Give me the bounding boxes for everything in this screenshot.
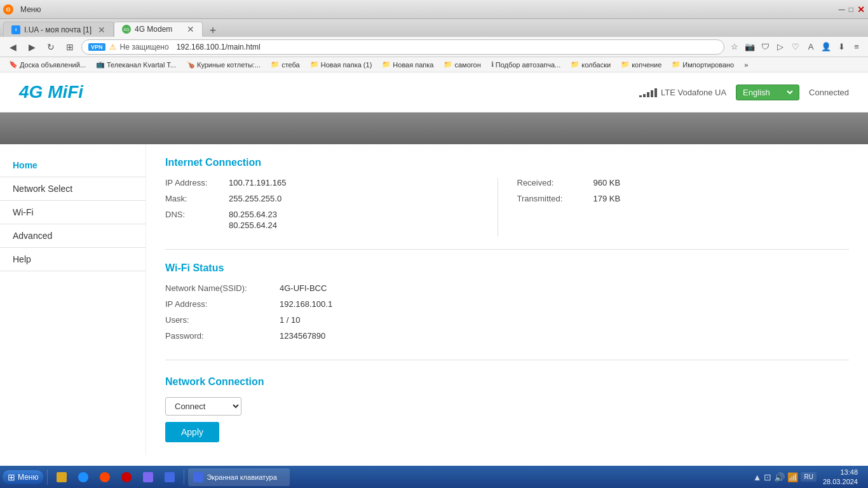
bookmark-4[interactable]: 📁 Новая папка (1) (306, 59, 376, 70)
apply-button[interactable]: Apply (165, 422, 219, 442)
signal-bar-1 (639, 95, 642, 97)
transmitted-row: Transmitted: 179 KB (517, 194, 831, 203)
tray-sound-icon[interactable]: 🔊 (774, 472, 785, 482)
bookmarks-icon[interactable]: ☆ (728, 41, 741, 53)
explorer-icon (57, 472, 67, 482)
bookmark-9[interactable]: 📁 копчение (617, 59, 665, 70)
ie-icon (78, 472, 88, 482)
mail-favicon-icon: i (11, 25, 20, 34)
translate-icon[interactable]: A (804, 41, 817, 53)
camera-icon[interactable]: 📷 (743, 41, 756, 53)
sidebar: Home Network Select Wi-Fi Advanced Help (0, 144, 146, 455)
keyboard-lang-label: RU (804, 473, 813, 480)
menu-button[interactable]: Меню (17, 4, 44, 15)
heart-icon[interactable]: ♡ (789, 41, 802, 53)
users-row: Users: 1 / 10 (165, 315, 849, 325)
bookmark-6[interactable]: 📁 самогон (440, 59, 484, 70)
taskbar-btn-explorer[interactable] (51, 468, 72, 486)
language-select-input[interactable]: English Українська Русский (740, 87, 795, 98)
bookmark-3[interactable]: 📁 стеба (267, 59, 304, 70)
page-content: 4G MiFi LTE Vodafone UA English Українсь… (0, 72, 868, 466)
signal-label: LTE Vodafone UA (661, 88, 726, 97)
taskbar-active-window[interactable]: Экранная клавиатура (188, 468, 290, 486)
maximize-button[interactable]: □ (849, 5, 853, 14)
sidebar-item-wifi[interactable]: Wi-Fi (0, 201, 146, 224)
more-bookmarks-button[interactable]: » (740, 60, 752, 70)
bookmark-7[interactable]: ℹ Подбор автозапча... (487, 59, 565, 70)
bookmark-icon-7: ℹ (491, 60, 494, 69)
connect-select-wrap: Connect Disconnect (165, 397, 849, 416)
bookmark-icon-2: 🍗 (186, 60, 195, 69)
bookmark-1[interactable]: 📺 Телеканал Kvartal T... (92, 59, 180, 70)
kbd-icon (165, 472, 175, 482)
forward-button[interactable]: ▶ (24, 39, 39, 55)
close-button[interactable]: ✕ (857, 4, 865, 15)
bookmark-icon-6: 📁 (444, 60, 452, 69)
system-tray: ▲ ⊡ 🔊 📶 RU 13:48 28.03.2024 (749, 466, 865, 487)
download-icon[interactable]: ⬇ (835, 41, 848, 53)
browser-chrome: O Меню ─ □ ✕ i I.UA - моя почта [1] ✕ 4G… (0, 0, 868, 72)
address-bar[interactable]: VPN ⚠ Не защищено 192.168.100.1/main.htm… (81, 39, 724, 55)
signal-bar-4 (651, 90, 653, 97)
ssid-value: 4G-UFI-BCC (280, 283, 327, 293)
user-icon[interactable]: 👤 (820, 41, 832, 53)
ssid-label: Network Name(SSID): (165, 283, 280, 293)
tray-signal-icon[interactable]: 📶 (787, 472, 798, 482)
app-logo: 4G MiFi (19, 82, 83, 102)
sidebar-item-home[interactable]: Home (0, 154, 146, 177)
shield-icon[interactable]: 🛡 (759, 41, 771, 53)
ssid-row: Network Name(SSID): 4G-UFI-BCC (165, 283, 849, 293)
bookmark-icon-1: 📺 (96, 60, 105, 69)
bookmark-0[interactable]: 🔖 Доска объявлений... (5, 59, 90, 70)
dns-row: DNS: 80.255.64.23 80.255.64.24 (165, 210, 478, 230)
received-row: Received: 960 KB (517, 178, 831, 187)
vpn-badge: VPN (88, 43, 105, 51)
taskbar-btn-ie[interactable] (73, 468, 93, 486)
tab-modem-label: 4G Modem (135, 25, 180, 34)
password-row: Password: 1234567890 (165, 331, 849, 341)
wifi-ip-label: IP Address: (165, 299, 280, 309)
back-button[interactable]: ◀ (5, 39, 20, 55)
reload-button[interactable]: ↻ (43, 39, 58, 55)
sidebar-item-network-select[interactable]: Network Select (0, 177, 146, 201)
taskbar: ⊞ Меню Экранная клавиатура ▲ ⊡ 🔊 📶 RU 13… (0, 466, 868, 488)
sidebar-item-advanced[interactable]: Advanced (0, 224, 146, 248)
start-label: Меню (18, 473, 38, 482)
minimize-button[interactable]: ─ (839, 4, 845, 15)
ip-address-row: IP Address: 100.71.191.165 (165, 178, 478, 187)
connect-select[interactable]: Connect Disconnect (165, 397, 241, 416)
taskbar-btn-kbd[interactable] (159, 468, 180, 486)
security-warning-icon: ⚠ (109, 43, 116, 51)
received-label: Received: (517, 178, 593, 187)
tray-expand-icon[interactable]: ▲ (753, 472, 762, 482)
tab-mail-close-icon[interactable]: ✕ (98, 25, 105, 35)
ip-address-value: 100.71.191.165 (229, 178, 286, 187)
tab-modem-close-icon[interactable]: ✕ (187, 24, 194, 34)
app-banner (0, 112, 868, 144)
wifi-status-title: Wi-Fi Status (165, 262, 849, 274)
taskbar-btn-viber[interactable] (138, 468, 158, 486)
bookmark-10[interactable]: 📁 Импортировано (668, 59, 738, 70)
tab-modem[interactable]: 4G 4G Modem ✕ (114, 22, 203, 37)
sidebar-item-help[interactable]: Help (0, 248, 146, 271)
more-menu-icon[interactable]: ≡ (850, 41, 863, 53)
bookmark-icon-9: 📁 (621, 60, 630, 69)
new-tab-button[interactable]: + (205, 24, 220, 37)
main-content: Internet Connection IP Address: 100.71.1… (146, 144, 868, 455)
send-icon[interactable]: ▷ (774, 41, 787, 53)
taskbar-btn-player[interactable] (95, 468, 115, 486)
bookmark-8[interactable]: 📁 колбаски (567, 59, 614, 70)
start-button[interactable]: ⊞ Меню (3, 470, 43, 484)
system-clock[interactable]: 13:48 28.03.2024 (819, 466, 862, 487)
language-selector[interactable]: English Українська Русский (736, 85, 799, 100)
tray-network-icon[interactable]: ⊡ (764, 472, 771, 482)
apps-button[interactable]: ⊞ (62, 39, 78, 55)
bookmark-5[interactable]: 📁 Новая папка (378, 59, 437, 70)
bookmark-icon-8: 📁 (571, 60, 580, 69)
internet-connection-grid: IP Address: 100.71.191.165 Mask: 255.255… (165, 178, 849, 250)
taskbar-btn-browser2[interactable] (116, 468, 137, 486)
keyboard-indicator[interactable]: RU (801, 472, 816, 482)
bookmark-2[interactable]: 🍗 Куриные котлеты:... (182, 59, 264, 70)
network-connection-section: Network Connection Connect Disconnect Ap… (165, 373, 849, 442)
tab-mail[interactable]: i I.UA - моя почта [1] ✕ (3, 22, 114, 37)
